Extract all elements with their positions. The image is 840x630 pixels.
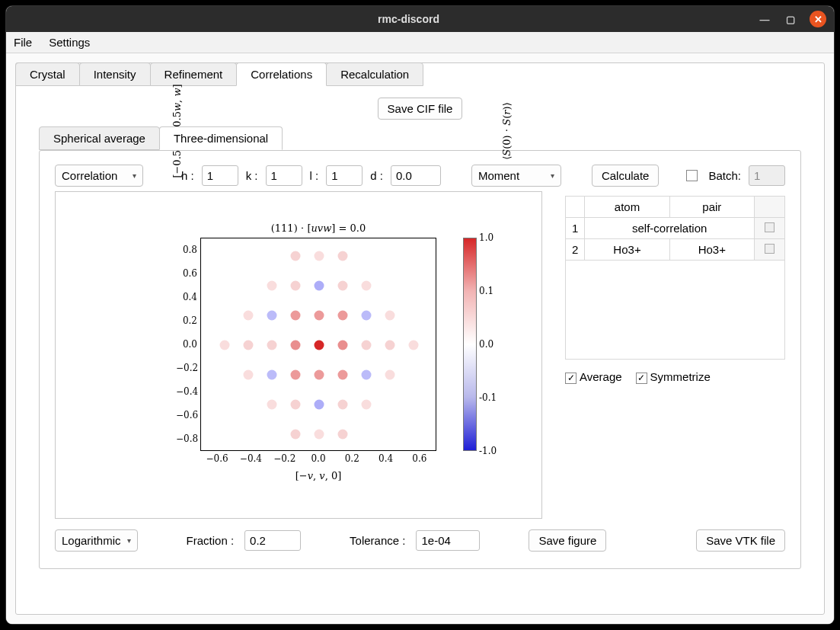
colorbar-tick: -0.1	[479, 392, 497, 403]
colorbar-tick: 0.0	[479, 339, 493, 350]
menubar: File Settings	[6, 32, 834, 53]
plot-xlabel: [−𝑣, 𝑣, 0]	[200, 470, 436, 481]
menu-file[interactable]: File	[14, 36, 32, 49]
data-point	[409, 341, 419, 350]
moment-select[interactable]: Moment ▾	[471, 165, 561, 187]
y-tick: 0.2	[176, 315, 197, 326]
data-point	[291, 251, 301, 261]
data-point	[291, 369, 301, 379]
tab-recalculation[interactable]: Recalculation	[326, 62, 423, 86]
data-point	[338, 251, 348, 261]
average-checkbox[interactable]: ✓	[565, 373, 577, 384]
data-point	[267, 281, 277, 291]
data-point	[385, 341, 395, 350]
y-tick: −0.2	[176, 363, 197, 373]
bottom-controls: Logarithmic ▾ Fraction : Tolerance : Sav…	[55, 529, 785, 552]
subtab-spherical[interactable]: Spherical average	[39, 126, 160, 150]
table-header-pair[interactable]: pair	[669, 197, 754, 218]
minimize-icon[interactable]: —	[758, 12, 771, 26]
main-tabpane: Crystal Intensity Refinement Correlation…	[15, 62, 825, 615]
colorbar-tick: 1.0	[479, 232, 493, 243]
x-tick: 0.6	[408, 453, 431, 464]
chevron-down-icon: ▾	[551, 171, 554, 180]
data-point	[315, 429, 324, 439]
x-tick: 0.0	[307, 453, 330, 464]
data-point	[315, 311, 324, 321]
k-input[interactable]	[266, 165, 302, 186]
table-header-blank	[566, 197, 585, 218]
table-row[interactable]: 1 self-correlation	[566, 218, 785, 239]
tab-refinement[interactable]: Refinement	[150, 62, 238, 86]
y-tick: 0.0	[176, 339, 197, 350]
colorbar	[463, 238, 477, 451]
save-figure-button[interactable]: Save figure	[529, 529, 606, 552]
correlations-panel: Save CIF file Spherical average Three-di…	[16, 87, 824, 580]
data-point	[362, 341, 372, 350]
data-point	[291, 341, 301, 350]
content-area: Crystal Intensity Refinement Correlation…	[6, 53, 834, 624]
row-checkbox[interactable]	[765, 244, 775, 254]
d-input[interactable]	[391, 165, 441, 186]
y-tick: −0.4	[176, 386, 197, 397]
scale-select[interactable]: Logarithmic ▾	[55, 529, 138, 552]
data-point	[291, 311, 301, 321]
x-tick: 0.2	[340, 453, 363, 464]
x-tick: −0.4	[239, 453, 262, 464]
batch-checkbox[interactable]	[686, 170, 698, 181]
plot-title: (111) ⋅ [𝑢𝑣𝑤] = 0.0	[200, 222, 436, 234]
l-input[interactable]	[326, 165, 363, 186]
pair-table: atom pair 1 self-correlation	[565, 196, 785, 360]
tab-intensity[interactable]: Intensity	[79, 62, 151, 86]
colorbar-label: ⟨𝑆(0) ⋅ 𝑆(𝑟)⟩	[501, 24, 513, 238]
tab-crystal[interactable]: Crystal	[15, 62, 80, 86]
batch-input	[749, 165, 785, 186]
table-cell-atom: Ho3+	[585, 239, 669, 261]
data-point	[244, 369, 254, 379]
table-cell-self: self-correlation	[585, 218, 755, 239]
maximize-icon[interactable]: ▢	[784, 12, 797, 26]
table-header-atom[interactable]: atom	[585, 197, 669, 218]
data-point	[362, 399, 372, 409]
x-tick: −0.6	[206, 453, 228, 464]
app-window: rmc-discord — ▢ ✕ File Settings Crystal …	[6, 6, 834, 624]
data-point	[220, 341, 230, 350]
tolerance-input[interactable]	[416, 530, 480, 551]
tolerance-label: Tolerance :	[350, 534, 405, 547]
data-point	[338, 399, 348, 409]
symmetrize-checkbox[interactable]: ✓	[636, 373, 647, 384]
calculate-button[interactable]: Calculate	[592, 165, 660, 187]
h-input[interactable]	[202, 165, 238, 186]
table-row[interactable]: 2 Ho3+ Ho3+	[566, 239, 785, 261]
data-point	[315, 251, 324, 261]
correlation-select-label: Correlation	[62, 169, 117, 182]
data-point	[315, 281, 324, 291]
row-checkbox[interactable]	[765, 222, 775, 232]
x-tick: 0.4	[375, 453, 398, 464]
subtab-3d[interactable]: Three-dimensional	[159, 126, 283, 150]
x-tick: −0.2	[273, 453, 296, 464]
colorbar-tick: -1.0	[479, 446, 497, 456]
y-tick: 0.8	[176, 245, 197, 255]
save-cif-button[interactable]: Save CIF file	[378, 98, 463, 120]
k-label: k :	[246, 169, 258, 182]
tab-correlations[interactable]: Correlations	[236, 62, 327, 86]
symmetrize-label: Symmetrize	[650, 370, 711, 383]
table-rowid: 1	[566, 218, 585, 239]
average-label: Average	[580, 370, 622, 383]
data-point	[267, 369, 277, 379]
data-point	[338, 311, 348, 321]
correlation-select[interactable]: Correlation ▾	[55, 165, 143, 187]
chevron-down-icon: ▾	[127, 536, 131, 545]
fraction-input[interactable]	[244, 530, 301, 551]
top-controls: Correlation ▾ h : k : l : d :	[55, 165, 785, 187]
menu-settings[interactable]: Settings	[49, 36, 90, 49]
main-tab-row: Crystal Intensity Refinement Correlation…	[15, 62, 823, 86]
table-header-chk	[755, 197, 785, 218]
data-point	[338, 281, 348, 291]
data-point	[267, 311, 277, 321]
l-label: l :	[310, 169, 319, 182]
close-icon[interactable]: ✕	[810, 11, 826, 27]
data-point	[338, 369, 348, 379]
data-point	[338, 429, 348, 439]
save-vtk-button[interactable]: Save VTK file	[696, 529, 785, 552]
